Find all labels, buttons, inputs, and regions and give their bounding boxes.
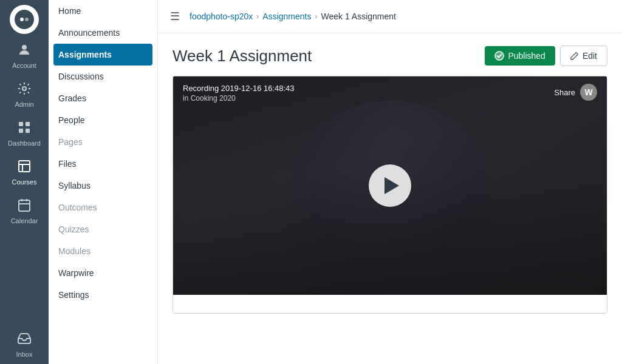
svg-rect-9 <box>19 200 30 211</box>
app-logo[interactable] <box>10 5 39 34</box>
nav-item-admin[interactable]: Admin <box>0 75 49 114</box>
account-icon <box>17 42 32 61</box>
sidebar-item-home[interactable]: Home <box>49 0 157 22</box>
hamburger-icon[interactable]: ☰ <box>170 10 180 23</box>
svg-rect-3 <box>26 122 30 126</box>
svg-rect-2 <box>19 122 23 126</box>
video-share-button[interactable]: Share <box>554 88 575 97</box>
svg-rect-5 <box>26 129 30 133</box>
video-subtitle: in Cooking 2020 <box>183 94 295 103</box>
nav-item-account[interactable]: Account <box>0 36 49 75</box>
video-header: Recording 2019-12-16 16:48:43 in Cooking… <box>173 76 607 110</box>
sidebar-item-assignments[interactable]: Assignments <box>53 44 152 66</box>
dashboard-icon <box>17 120 32 138</box>
nav-item-inbox[interactable]: Inbox <box>0 325 49 364</box>
svg-rect-4 <box>19 129 23 133</box>
w-logo: W <box>580 84 597 101</box>
svg-point-1 <box>22 87 26 90</box>
calendar-icon <box>17 198 32 216</box>
breadcrumb: foodphoto-sp20x › Assignments › Week 1 A… <box>190 12 396 21</box>
sidebar-item-syllabus[interactable]: Syllabus <box>49 175 157 197</box>
content-footer <box>173 295 607 313</box>
svg-point-0 <box>22 45 27 50</box>
content-area: Week 1 Assignment Published Edit <box>158 33 622 364</box>
breadcrumb-sep-2: › <box>315 12 317 21</box>
play-button[interactable] <box>369 164 411 207</box>
sidebar-item-people[interactable]: People <box>49 109 157 131</box>
admin-icon <box>17 81 32 99</box>
sidebar-item-settings[interactable]: Settings <box>49 284 157 306</box>
sidebar-item-pages[interactable]: Pages <box>49 131 157 153</box>
page-header: Week 1 Assignment Published Edit <box>173 46 607 66</box>
breadcrumb-sep-1: › <box>256 12 259 21</box>
video-recording-title: Recording 2019-12-16 16:48:43 <box>183 84 295 93</box>
nav-item-dashboard[interactable]: Dashboard <box>0 114 49 153</box>
page-title: Week 1 Assignment <box>173 47 312 66</box>
sidebar-item-files[interactable]: Files <box>49 153 157 175</box>
video-player[interactable]: Recording 2019-12-16 16:48:43 in Cooking… <box>173 76 607 295</box>
video-share-area: Share W <box>554 84 597 101</box>
breadcrumb-section[interactable]: Assignments <box>262 12 311 21</box>
content-box: Recording 2019-12-16 16:48:43 in Cooking… <box>173 76 607 314</box>
header-actions: Published Edit <box>485 46 607 66</box>
sidebar-item-outcomes[interactable]: Outcomes <box>49 197 157 218</box>
sidebar-item-grades[interactable]: Grades <box>49 87 157 109</box>
nav-item-calendar[interactable]: Calendar <box>0 192 49 231</box>
sidebar-item-discussions[interactable]: Discussions <box>49 66 157 87</box>
nav-item-courses[interactable]: Courses <box>0 153 49 192</box>
published-button[interactable]: Published <box>485 46 555 66</box>
video-title-info: Recording 2019-12-16 16:48:43 in Cooking… <box>183 84 295 103</box>
breadcrumb-current: Week 1 Assignment <box>321 12 395 21</box>
main-content: ☰ foodphoto-sp20x › Assignments › Week 1… <box>158 0 622 364</box>
sidebar-item-modules[interactable]: Modules <box>49 240 157 262</box>
play-icon <box>384 177 399 194</box>
course-sidebar: Home Announcements Assignments Discussio… <box>49 0 158 364</box>
topbar: ☰ foodphoto-sp20x › Assignments › Week 1… <box>158 0 622 33</box>
video-container: Recording 2019-12-16 16:48:43 in Cooking… <box>173 76 607 295</box>
sidebar-item-quizzes[interactable]: Quizzes <box>49 218 157 240</box>
svg-rect-6 <box>19 161 30 172</box>
breadcrumb-course[interactable]: foodphoto-sp20x <box>190 12 253 21</box>
inbox-icon <box>17 331 32 349</box>
edit-button[interactable]: Edit <box>560 46 607 66</box>
sidebar-item-warpwire[interactable]: Warpwire <box>49 262 157 284</box>
sidebar-item-announcements[interactable]: Announcements <box>49 22 157 44</box>
edit-icon <box>570 52 579 60</box>
nav-bar: Account Admin Dashboard <box>0 0 49 364</box>
checkmark-icon <box>494 51 504 61</box>
courses-icon <box>17 159 32 177</box>
